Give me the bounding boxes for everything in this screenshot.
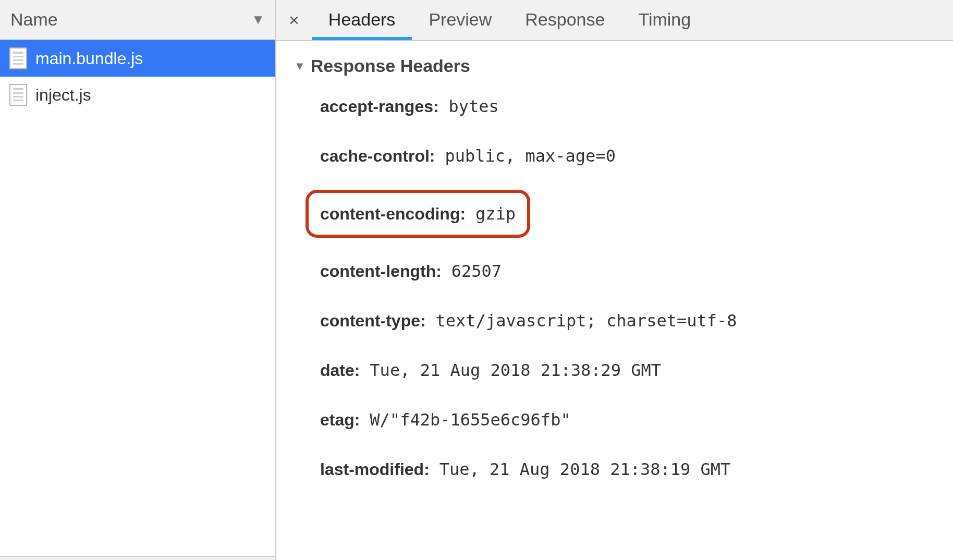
highlight-annotation: content-encoding: gzip [306, 190, 530, 238]
header-value: public, max-age=0 [445, 146, 616, 166]
tab-label: Timing [638, 9, 691, 29]
header-date: date: Tue, 21 Aug 2018 21:38:29 GMT [320, 355, 935, 386]
section-title: Response Headers [311, 56, 470, 76]
header-value: gzip [475, 204, 516, 224]
tab-preview[interactable]: Preview [412, 0, 508, 40]
header-content-encoding: content-encoding: gzip [320, 190, 935, 238]
name-column-label: Name [10, 9, 58, 30]
header-content-type: content-type: text/javascript; charset=u… [320, 305, 935, 337]
header-key: content-length: [320, 262, 442, 281]
file-name: main.bundle.js [35, 49, 143, 68]
header-key: cache-control: [320, 147, 435, 165]
header-key: content-encoding: [320, 204, 466, 223]
header-value: text/javascript; charset=utf-8 [436, 311, 737, 331]
file-name: inject.js [35, 86, 91, 105]
file-row-main-bundle[interactable]: main.bundle.js [0, 40, 275, 77]
header-key: accept-ranges: [320, 97, 439, 116]
headers-content: ▼ Response Headers accept-ranges: bytes … [276, 41, 953, 560]
header-etag: etag: W/"f42b-1655e6c96fb" [320, 404, 935, 436]
header-cache-control: cache-control: public, max-age=0 [320, 140, 935, 172]
response-headers-section-toggle[interactable]: ▼ Response Headers [294, 56, 935, 76]
network-request-list-panel: Name ▼ main.bundle.js inject.js [0, 0, 276, 560]
file-list: main.bundle.js inject.js [0, 40, 275, 556]
tab-label: Preview [429, 9, 492, 29]
header-key: last-modified: [320, 460, 430, 479]
left-panel-footer [0, 556, 275, 560]
header-value: W/"f42b-1655e6c96fb" [370, 410, 570, 430]
header-value: Tue, 21 Aug 2018 21:38:29 GMT [370, 360, 661, 380]
sort-dropdown-icon[interactable]: ▼ [251, 11, 265, 28]
header-key: etag: [320, 410, 360, 429]
header-value: Tue, 21 Aug 2018 21:38:19 GMT [439, 459, 731, 479]
name-column-header[interactable]: Name ▼ [0, 0, 275, 40]
header-key: content-type: [320, 311, 426, 330]
close-detail-button[interactable]: × [276, 0, 312, 40]
file-icon [9, 47, 27, 69]
header-value: 62507 [451, 261, 502, 281]
header-last-modified: last-modified: Tue, 21 Aug 2018 21:38:19… [320, 454, 935, 485]
file-icon [9, 84, 27, 106]
header-accept-ranges: accept-ranges: bytes [320, 91, 935, 123]
tab-headers[interactable]: Headers [312, 0, 412, 40]
header-key: date: [320, 361, 360, 380]
tab-response[interactable]: Response [508, 0, 621, 40]
detail-tabs-bar: × Headers Preview Response Timing [276, 0, 953, 41]
tab-label: Headers [328, 9, 396, 29]
tab-label: Response [525, 9, 605, 29]
header-value: bytes [449, 96, 499, 116]
close-icon: × [289, 10, 299, 30]
disclosure-triangle-icon: ▼ [294, 59, 306, 73]
request-detail-panel: × Headers Preview Response Timing ▼ Resp… [276, 0, 953, 560]
tab-timing[interactable]: Timing [621, 0, 707, 40]
header-content-length: content-length: 62507 [320, 255, 935, 287]
file-row-inject[interactable]: inject.js [0, 77, 275, 113]
